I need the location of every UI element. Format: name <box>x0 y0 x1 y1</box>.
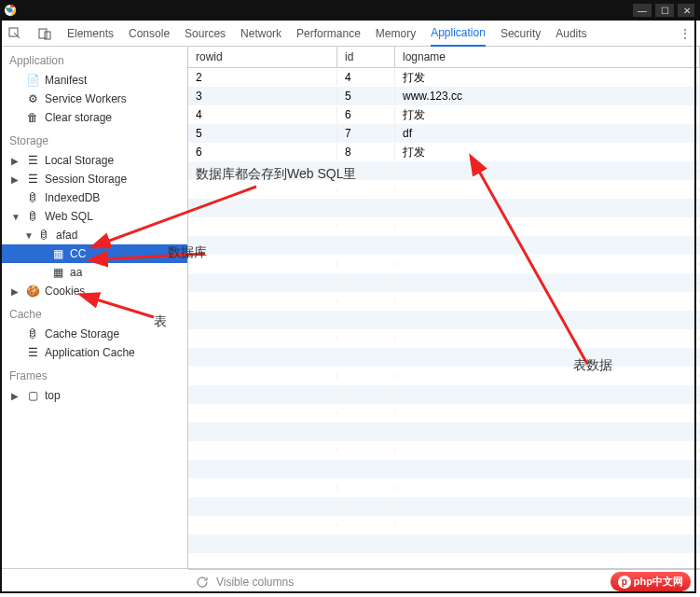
tab-security[interactable]: Security <box>501 21 541 46</box>
document-icon: 📄 <box>26 74 39 87</box>
collapse-icon: ▼ <box>11 212 21 222</box>
device-icon[interactable] <box>37 26 52 41</box>
sidebar-item-clear-storage[interactable]: 🗑Clear storage <box>0 108 187 127</box>
table-row[interactable] <box>188 292 700 311</box>
tab-elements[interactable]: Elements <box>67 21 114 46</box>
expand-icon: ▶ <box>11 286 19 297</box>
table-row[interactable] <box>188 516 700 535</box>
sidebar-item-app-cache[interactable]: ☰Application Cache <box>0 343 187 362</box>
storage-icon: ☰ <box>26 346 39 359</box>
table-body: 24打发35www.123.cc46打发57df68打发 <box>188 68 700 568</box>
chrome-icon <box>4 4 17 17</box>
table-row[interactable] <box>188 479 700 497</box>
storage-icon: ☰ <box>26 154 39 167</box>
collapse-icon: ▼ <box>24 230 34 241</box>
table-row[interactable] <box>188 348 700 367</box>
tab-performance[interactable]: Performance <box>296 21 361 46</box>
cookie-icon: 🍪 <box>26 285 39 298</box>
expand-icon: ▶ <box>11 391 19 401</box>
minimize-button[interactable]: — <box>633 4 652 17</box>
table-row[interactable] <box>188 367 700 385</box>
table-header: rowid id logname <box>188 47 700 68</box>
visible-columns-label[interactable]: Visible columns <box>216 576 294 589</box>
table-row[interactable] <box>188 311 700 329</box>
section-storage: Storage <box>0 127 187 151</box>
section-cache: Cache <box>0 300 187 325</box>
table-row[interactable] <box>188 423 700 441</box>
tab-audits[interactable]: Audits <box>556 21 586 46</box>
tab-application[interactable]: Application <box>431 21 486 47</box>
watermark: pphp中文网 <box>611 572 691 591</box>
sidebar-item-web-sql[interactable]: ▼🛢Web SQL <box>0 207 187 226</box>
php-logo-icon: p <box>618 576 631 589</box>
window-titlebar: — ☐ ✕ <box>0 0 700 21</box>
database-icon: 🛢 <box>37 229 50 242</box>
expand-icon: ▶ <box>11 156 19 166</box>
table-row[interactable] <box>188 460 700 479</box>
table-row[interactable] <box>188 385 700 404</box>
database-icon: 🛢 <box>26 210 39 223</box>
sidebar-item-cookies[interactable]: ▶🍪Cookies <box>0 282 187 300</box>
sidebar-item-cache-storage[interactable]: 🛢Cache Storage <box>0 325 187 343</box>
table-row[interactable]: 68打发 <box>188 143 700 161</box>
tab-memory[interactable]: Memory <box>376 21 416 46</box>
col-id[interactable]: id <box>337 47 395 67</box>
storage-icon: ☰ <box>26 173 39 186</box>
clear-icon: 🗑 <box>26 111 39 124</box>
table-row[interactable] <box>188 236 700 255</box>
section-frames: Frames <box>0 362 187 386</box>
refresh-icon[interactable] <box>196 576 209 589</box>
tab-console[interactable]: Console <box>129 21 170 46</box>
close-button[interactable]: ✕ <box>678 4 696 17</box>
database-icon: 🛢 <box>26 191 39 204</box>
maximize-button[interactable]: ☐ <box>655 4 674 17</box>
table-icon: ▦ <box>51 247 64 260</box>
database-icon: 🛢 <box>26 327 39 340</box>
table-row[interactable] <box>188 161 700 180</box>
table-row[interactable]: 24打发 <box>188 68 700 87</box>
sidebar-item-local-storage[interactable]: ▶☰Local Storage <box>0 151 187 170</box>
tab-network[interactable]: Network <box>240 21 281 46</box>
table-icon: ▦ <box>51 266 64 279</box>
sidebar-item-indexeddb[interactable]: 🛢IndexedDB <box>0 188 187 207</box>
sidebar-item-service-workers[interactable]: ⚙Service Workers <box>0 90 187 108</box>
table-row[interactable] <box>188 199 700 217</box>
window-controls: — ☐ ✕ <box>633 4 696 17</box>
table-row[interactable]: 46打发 <box>188 105 700 124</box>
sidebar-item-db-afad[interactable]: ▼🛢afad <box>0 226 187 244</box>
table-row[interactable] <box>188 329 700 348</box>
table-row[interactable] <box>188 255 700 273</box>
table-row[interactable] <box>188 273 700 292</box>
sidebar-item-table-cc[interactable]: ▦CC <box>0 244 187 263</box>
col-rowid[interactable]: rowid <box>188 47 337 67</box>
table-row[interactable] <box>188 441 700 460</box>
sidebar-item-manifest[interactable]: 📄Manifest <box>0 71 187 90</box>
devtools-tabbar: Elements Console Sources Network Perform… <box>0 21 700 47</box>
table-row[interactable] <box>188 217 700 236</box>
sidebar-item-table-aa[interactable]: ▦aa <box>0 263 187 282</box>
tab-sources[interactable]: Sources <box>185 21 226 46</box>
table-row[interactable] <box>188 497 700 516</box>
more-icon[interactable]: ⋮ <box>678 26 693 41</box>
table-row[interactable] <box>188 404 700 423</box>
table-row[interactable] <box>188 180 700 199</box>
section-application: Application <box>0 47 187 71</box>
sidebar-item-session-storage[interactable]: ▶☰Session Storage <box>0 170 187 188</box>
sidebar-item-top[interactable]: ▶▢top <box>0 386 187 405</box>
col-logname[interactable]: logname <box>395 47 700 67</box>
table-content: rowid id logname 24打发35www.123.cc46打发57d… <box>188 47 700 568</box>
svg-rect-3 <box>39 29 47 38</box>
table-row[interactable]: 57df <box>188 124 700 143</box>
expand-icon: ▶ <box>11 174 19 185</box>
inspect-icon[interactable] <box>7 26 22 41</box>
application-sidebar: Application 📄Manifest ⚙Service Workers 🗑… <box>0 47 188 568</box>
table-row[interactable]: 35www.123.cc <box>188 87 700 105</box>
table-row[interactable] <box>188 535 700 553</box>
frame-icon: ▢ <box>26 389 39 402</box>
gear-icon: ⚙ <box>26 92 39 105</box>
